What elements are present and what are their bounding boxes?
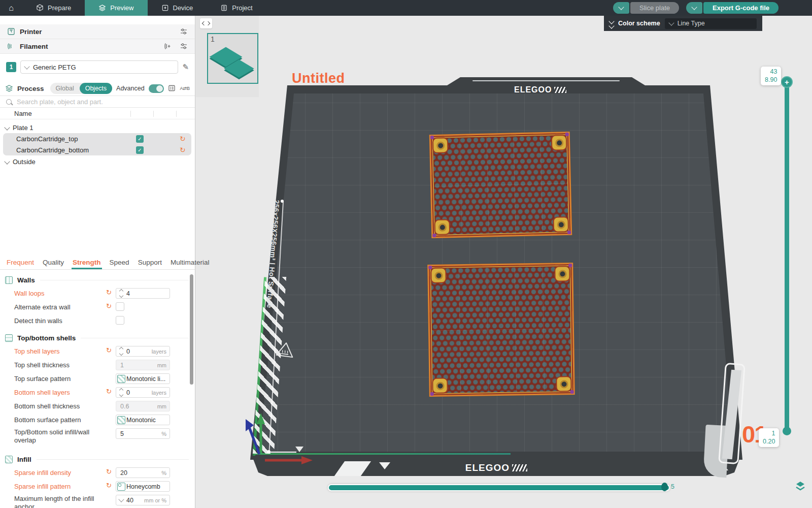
top-shell-layers-input[interactable] <box>124 347 147 356</box>
search-input[interactable] <box>16 98 189 106</box>
reset-icon[interactable]: ↻ <box>106 468 112 475</box>
tab-project[interactable]: Project <box>207 0 266 16</box>
reset-icon[interactable]: ↻ <box>106 289 112 296</box>
layer-slider-top-handle[interactable]: + <box>781 76 793 88</box>
color-scheme-select[interactable]: Line Type <box>665 18 757 29</box>
filament-select[interactable]: Generic PETG <box>20 60 178 74</box>
export-gcode-button[interactable]: Export G-code file <box>703 2 779 14</box>
plus-icon: + <box>785 78 789 86</box>
spinner-arrows-icon[interactable] <box>118 347 124 355</box>
printer-section-header[interactable]: Printer <box>0 24 195 39</box>
color-scheme-bar: Color scheme Line Type <box>604 16 762 31</box>
plate-front-edge: ELEGOO <box>253 459 739 476</box>
top-surface-pattern-select[interactable]: Monotonic li... <box>116 373 170 384</box>
spinner-arrows-icon[interactable] <box>118 290 124 297</box>
model-carboncartridge-bottom[interactable] <box>427 263 575 397</box>
section-title: Infill <box>17 456 31 463</box>
step-slider-value: 5 <box>671 483 674 490</box>
tree-item-carboncartridge-top[interactable]: CarbonCartridge_top ✓ ↻ <box>3 133 191 144</box>
tab-strength[interactable]: Strength <box>73 259 101 269</box>
corner-boss <box>553 216 569 233</box>
home-button[interactable]: ⌂ <box>0 0 22 16</box>
reset-to-global-icon[interactable]: ↻ <box>180 146 186 153</box>
bottom-shell-layers-spinner[interactable]: layers <box>116 387 170 398</box>
overlap-input[interactable] <box>116 430 141 438</box>
home-icon: ⌂ <box>9 4 14 13</box>
tab-label: Prepare <box>48 4 71 12</box>
overlap-field[interactable]: % <box>116 428 170 439</box>
tree-node-outside[interactable]: Outside <box>0 156 195 167</box>
filament-settings-icon[interactable] <box>180 42 188 50</box>
wall-loops-spinner[interactable] <box>116 288 170 299</box>
top-shell-layers-spinner[interactable]: layers <box>116 346 170 357</box>
reset-icon[interactable]: ↻ <box>106 482 112 489</box>
slice-plate-button[interactable]: Slice plate <box>630 2 679 14</box>
reset-to-global-icon[interactable]: ↻ <box>180 135 186 142</box>
detect-thin-walls-checkbox[interactable] <box>116 316 124 325</box>
density-field[interactable]: % <box>116 467 170 478</box>
process-label: Process <box>17 85 44 92</box>
sparse-pattern-select[interactable]: Honeycomb <box>116 481 170 492</box>
layer-slider-track[interactable] <box>785 82 789 431</box>
tab-speed[interactable]: Speed <box>110 259 129 269</box>
density-input[interactable] <box>116 469 141 477</box>
tab-frequent[interactable]: Frequent <box>7 259 34 269</box>
add-filament-icon[interactable] <box>163 42 172 50</box>
collapse-sidebar-button[interactable] <box>200 18 212 28</box>
tab-device[interactable]: Device <box>148 0 207 16</box>
export-options-button[interactable] <box>686 2 702 14</box>
tree-item-carboncartridge-bottom[interactable]: CarbonCartridge_bottom ✓ ↻ <box>3 144 191 155</box>
print-enable-checkbox[interactable]: ✓ <box>136 146 144 154</box>
setting-wall-loops: Wall loops ↻ <box>0 287 195 301</box>
settings-scrollbar[interactable] <box>190 274 193 385</box>
collapse-panel-icon[interactable] <box>610 19 614 28</box>
outside-node-label: Outside <box>13 158 36 166</box>
unit-label: % <box>161 470 170 476</box>
filament-section-header[interactable]: Filament <box>0 39 195 54</box>
tab-prepare[interactable]: Prepare <box>22 0 85 16</box>
step-slider-track[interactable] <box>328 484 670 491</box>
print-enable-checkbox[interactable]: ✓ <box>136 135 144 143</box>
corner-boss <box>551 135 567 151</box>
advanced-toggle[interactable] <box>149 84 164 93</box>
alternate-extra-wall-checkbox[interactable] <box>116 302 124 311</box>
reset-icon[interactable]: ↻ <box>106 303 112 309</box>
anchor-select[interactable]: mm or % <box>116 495 170 505</box>
tab-support[interactable]: Support <box>138 259 162 269</box>
preset-list-icon[interactable] <box>168 84 176 92</box>
pattern-value: Monotonic <box>126 417 170 424</box>
edit-filament-icon[interactable]: ✎ <box>182 62 189 72</box>
unit-label: mm <box>157 362 170 368</box>
reset-icon[interactable]: ↻ <box>106 388 112 395</box>
anchor-input[interactable] <box>123 496 143 504</box>
cube-icon <box>36 4 44 12</box>
walls-section-header: Walls <box>0 273 195 287</box>
corner-boss <box>432 137 449 153</box>
tab-multimaterial[interactable]: Multimaterial <box>171 259 210 269</box>
plate-thumbnail[interactable]: 1 <box>207 33 258 84</box>
scope-global-option[interactable]: Global <box>50 83 80 94</box>
process-icon <box>5 84 13 92</box>
export-split-button: Export G-code file <box>686 2 779 14</box>
filament-selector-row: 1 Generic PETG ✎ <box>0 60 195 74</box>
tree-node-plate1[interactable]: Plate 1 <box>0 122 195 133</box>
compare-presets-icon[interactable]: A⇄B <box>180 86 190 91</box>
spinner-arrows-icon[interactable] <box>118 389 124 396</box>
step-slider-handle[interactable] <box>661 483 668 491</box>
layer-height: 0.20 <box>763 437 775 446</box>
printer-icon <box>7 27 15 36</box>
search-bar <box>0 96 195 108</box>
layer-stack-icon[interactable] <box>796 481 805 491</box>
bottom-shell-layers-input[interactable] <box>124 389 147 397</box>
model-carboncartridge-top[interactable] <box>429 132 572 238</box>
slice-options-button[interactable] <box>613 2 629 14</box>
tab-quality[interactable]: Quality <box>43 259 64 269</box>
wall-loops-input[interactable] <box>124 290 147 298</box>
device-icon <box>161 4 169 12</box>
reset-icon[interactable]: ↻ <box>106 347 112 354</box>
scope-objects-option[interactable]: Objects <box>80 83 112 94</box>
tab-preview[interactable]: Preview <box>85 0 147 16</box>
layer-slider-bottom-handle[interactable] <box>783 427 791 435</box>
bottom-surface-pattern-select[interactable]: Monotonic <box>116 415 170 425</box>
printer-settings-icon[interactable] <box>180 27 188 36</box>
